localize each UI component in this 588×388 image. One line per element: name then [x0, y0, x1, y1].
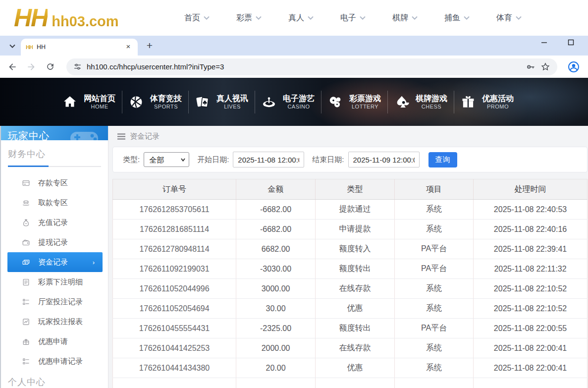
window-maximize-button[interactable]	[567, 39, 574, 46]
table-row: 176261105205469430.00优惠系统2025-11-08 22:1…	[113, 299, 588, 319]
nav-item-fishing[interactable]: 捕鱼	[444, 13, 470, 23]
section-divider	[8, 166, 101, 167]
search-button[interactable]: 查询	[428, 152, 457, 167]
table-cell: 1762612853705611	[113, 200, 236, 220]
start-date-input[interactable]	[233, 152, 304, 167]
table-cell: 1762612780948114	[113, 239, 236, 259]
browser-tab[interactable]: HH HH ×	[21, 39, 138, 55]
table-cell	[236, 378, 316, 388]
nav-item-slots[interactable]: 电子	[340, 13, 366, 23]
table-cell: 额度转出	[316, 259, 395, 279]
table-cell: 2025-11-08 22:10:52	[474, 299, 588, 319]
main-nav-casino[interactable]: 电子游艺CASINO	[255, 87, 321, 117]
banknotes-icon	[22, 258, 30, 267]
tab-search-button[interactable]	[6, 40, 19, 53]
sidebar-item-promo-apply[interactable]: 优惠申请	[1, 332, 108, 351]
type-select[interactable]: 全部	[144, 152, 189, 167]
url-bar[interactable]: hh100.cc/hhcp/usercenter.html?iniType=3	[66, 58, 557, 75]
table-cell: -3030.00	[236, 259, 316, 279]
sidebar-section-personal: 个人中心	[1, 371, 108, 388]
table-cell: 2025-11-08 22:00:41	[474, 338, 588, 358]
sidebar-item-recharge-records[interactable]: 充值记录	[1, 213, 108, 232]
sidebar-item-label: 优惠申请记录	[38, 357, 83, 366]
main-nav-en: CHESS	[422, 104, 441, 111]
column-header-amount: 金额	[236, 179, 316, 200]
main-nav-lottery[interactable]: 彩票游戏LOTTERY	[321, 87, 387, 117]
browser-tab-strip: HH HH × +	[0, 36, 588, 55]
nav-label: 捕鱼	[444, 13, 460, 23]
column-header-order-no: 订单号	[113, 179, 236, 200]
main-nav-chess[interactable]: 棋牌游戏CHESS	[387, 87, 454, 117]
back-button[interactable]	[7, 61, 18, 72]
new-tab-button[interactable]: +	[144, 40, 156, 52]
nav-item-lottery[interactable]: 彩票	[236, 13, 262, 23]
sidebar-item-label: 玩家投注报表	[38, 317, 83, 327]
playing-cards-icon	[195, 94, 211, 110]
table-cell: 系统	[395, 200, 474, 220]
table-cell: 1762610441425253	[113, 338, 236, 358]
nav-item-sports[interactable]: 体育	[496, 13, 522, 23]
site-logo[interactable]: HH hh03.com	[14, 3, 177, 32]
reload-icon	[46, 62, 55, 71]
tab-close-icon[interactable]: ×	[124, 43, 133, 52]
site-top-bar: HH hh03.com 首页 彩票 真人 电子 棋牌 捕鱼 体育	[0, 0, 588, 36]
sidebar-item-label: 优惠申请	[38, 337, 68, 346]
table-cell	[316, 378, 395, 388]
sidebar-item-player-bet-report[interactable]: 玩家投注报表	[1, 312, 108, 332]
password-key-icon[interactable]	[526, 62, 535, 72]
table-cell: 在线存款	[316, 279, 395, 299]
main-nav-en: LIVES	[224, 104, 241, 111]
main-nav-zh: 网站首页	[84, 94, 115, 104]
logo-hh-text: HH	[14, 3, 48, 32]
document-list-icon	[22, 278, 30, 286]
forward-button[interactable]	[26, 61, 37, 72]
browser-profile-button[interactable]	[567, 60, 580, 73]
window-minimize-button[interactable]	[540, 39, 547, 46]
main-nav-home[interactable]: 网站首页HOME	[55, 87, 122, 117]
breadcrumb-label: 资金记录	[130, 132, 160, 141]
main-nav-promo[interactable]: 优惠活动PROMO	[454, 87, 520, 117]
bookmark-star-icon[interactable]	[540, 62, 550, 72]
table-row: 17626104414252532000.00在线存款系统2025-11-08 …	[113, 338, 588, 358]
reload-button[interactable]	[45, 61, 55, 72]
nav-item-home[interactable]: 首页	[184, 13, 210, 23]
sidebar-item-hall-bet-records[interactable]: 厅室投注记录	[1, 292, 108, 312]
sidebar-menu: 存款专区 取款专区 充值记录 提现记录 资金记录 › 彩票下注明细	[1, 173, 108, 371]
url-text[interactable]: hh100.cc/hhcp/usercenter.html?iniType=3	[87, 62, 521, 71]
table-row: 1762611092199031-3030.00额度转出PA平台2025-11-…	[113, 259, 588, 279]
sidebar-item-promo-apply-records[interactable]: 优惠申请记录	[1, 351, 108, 371]
main-nav-en: HOME	[91, 104, 108, 111]
nav-label: 电子	[340, 13, 356, 23]
table-cell: 优惠	[316, 358, 395, 378]
sidebar-item-withdrawal-records[interactable]: 提现记录	[1, 232, 108, 252]
table-row: 1762612816851114-6682.00申请提款系统2025-11-08…	[113, 220, 588, 239]
table-cell: 系统	[395, 220, 474, 239]
lottery-balls-icon	[327, 94, 343, 110]
end-date-input[interactable]	[348, 152, 420, 167]
main-nav-sports[interactable]: 体育竞技SPORTS	[122, 87, 188, 117]
chevron-down-icon	[9, 44, 15, 48]
main-nav-lives[interactable]: 真人视讯LIVES	[188, 87, 255, 117]
table-cell: 2025-11-08 22:00:41	[474, 358, 588, 378]
table-cell: 优惠	[316, 299, 395, 319]
table-row: 17626110520449963000.00在线存款系统2025-11-08 …	[113, 279, 588, 299]
main-nav-zh: 彩票游戏	[349, 94, 381, 104]
site-info-icon[interactable]	[73, 62, 82, 71]
chevron-down-icon	[412, 16, 418, 20]
sidebar-item-deposit[interactable]: 存款专区	[1, 173, 108, 193]
sidebar-item-funds-records[interactable]: 资金记录 ›	[7, 252, 103, 272]
sidebar-item-lottery-bet-details[interactable]: 彩票下注明细	[1, 272, 108, 292]
maximize-icon	[568, 39, 574, 46]
table-cell: 2025-11-08 22:00:55	[474, 319, 588, 338]
hamburger-icon	[117, 133, 125, 140]
sidebar-item-withdraw[interactable]: 取款专区	[1, 193, 108, 213]
sidebar-item-label: 充值记录	[38, 218, 68, 227]
funds-record-table: 订单号 金额 类型 项目 处理时间 1762612853705611-6682.…	[112, 179, 588, 388]
table-cell: 系统	[395, 299, 474, 319]
table-row	[113, 378, 588, 388]
table-row: 176261044143438020.00优惠系统2025-11-08 22:0…	[113, 358, 588, 378]
nav-item-live[interactable]: 真人	[288, 13, 314, 23]
table-cell: -6682.00	[236, 200, 316, 220]
nav-item-chess[interactable]: 棋牌	[392, 13, 418, 23]
home-icon	[62, 94, 78, 110]
